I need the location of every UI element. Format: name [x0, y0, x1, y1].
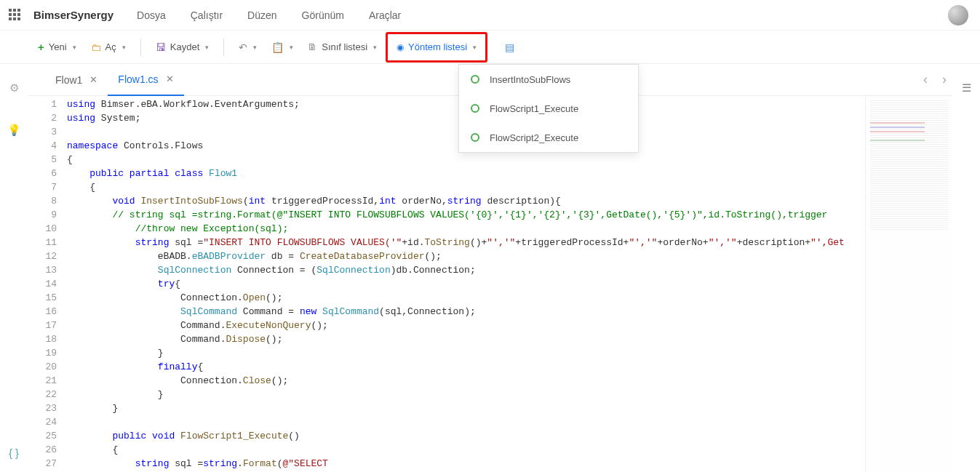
settings-icon[interactable]: ⚙ — [9, 81, 19, 95]
line-number: 13 — [28, 263, 57, 277]
line-number: 4 — [28, 139, 57, 153]
undo-button[interactable]: ↶ ▾ — [233, 36, 263, 59]
nav-prev-icon[interactable]: ‹ — [923, 72, 928, 87]
tab-flow1[interactable]: Flow1 ✕ — [45, 64, 108, 96]
clipboard-icon: 📋 — [271, 41, 284, 53]
code-line[interactable] — [67, 415, 865, 429]
chevron-down-icon: ▾ — [373, 44, 377, 51]
nav-next-icon[interactable]: › — [942, 72, 947, 87]
toolbar: + Yeni ▾ 🗀 Aç ▾ 🖫 Kaydet ▾ ↶ ▾ 📋 ▾ 🗎 Sın… — [0, 31, 980, 64]
plus-icon: + — [38, 41, 44, 53]
class-list-label: Sınıf listesi — [322, 41, 367, 52]
save-button[interactable]: 🖫 Kaydet ▾ — [150, 36, 215, 59]
minimap[interactable] — [865, 96, 952, 472]
line-number: 19 — [28, 346, 57, 360]
line-number: 11 — [28, 236, 57, 249]
circle-icon — [471, 75, 479, 84]
menu-view[interactable]: Görünüm — [302, 9, 344, 21]
line-number: 25 — [28, 429, 57, 443]
line-gutter: 1234567891011121314151617181920212223242… — [28, 96, 67, 472]
lightbulb-icon[interactable]: 💡 — [7, 124, 21, 137]
tab-nav: ‹ › — [923, 72, 952, 87]
dropdown-item-flowscript2[interactable]: FlowScript2_Execute — [459, 123, 638, 152]
document-icon: 🗎 — [308, 41, 317, 52]
code-line[interactable]: public void FlowScript1_Execute() — [67, 429, 865, 443]
method-list-highlighted: ◉ Yöntem listesi ▾ — [386, 32, 487, 63]
new-button[interactable]: + Yeni ▾ — [32, 36, 82, 59]
line-number: 16 — [28, 305, 57, 319]
code-line[interactable]: string sql =string.Format(@"SELECT — [67, 457, 865, 471]
separator — [223, 39, 224, 56]
method-list-dropdown: InsertIntoSubFlows FlowScript1_Execute F… — [458, 64, 639, 153]
outline-icon[interactable]: ☰ — [962, 81, 971, 95]
code-line[interactable]: { — [67, 153, 865, 167]
apps-grid-icon[interactable] — [9, 9, 22, 22]
clipboard-button[interactable]: 📋 ▾ — [266, 36, 299, 59]
close-icon[interactable]: ✕ — [166, 73, 174, 84]
code-line[interactable]: string sql ="INSERT INTO FLOWSUBFLOWS VA… — [67, 236, 865, 249]
list-tool-button[interactable]: ▤ — [499, 36, 520, 59]
circle-icon — [471, 104, 479, 113]
line-number: 1 — [28, 97, 57, 111]
menu-tools[interactable]: Araçlar — [369, 9, 401, 21]
list-icon: ▤ — [505, 41, 514, 53]
code-line[interactable]: SqlConnection Connection = (SqlConnectio… — [67, 263, 865, 277]
code-line[interactable]: Command.ExecuteNonQuery(); — [67, 319, 865, 332]
code-line[interactable]: } — [67, 401, 865, 415]
chevron-down-icon: ▾ — [73, 44, 76, 51]
undo-icon: ↶ — [239, 41, 247, 53]
code-line[interactable]: public partial class Flow1 — [67, 167, 865, 180]
dropdown-item-insertintosubflows[interactable]: InsertIntoSubFlows — [459, 65, 638, 94]
code-line[interactable]: //throw new Exception(sql); — [67, 222, 865, 236]
line-number: 21 — [28, 374, 57, 388]
top-menu-bar: BimserSynergy Dosya Çalıştır Düzen Görün… — [0, 0, 980, 31]
line-number: 27 — [28, 457, 57, 471]
dropdown-label: InsertIntoSubFlows — [490, 74, 570, 85]
save-icon: 🖫 — [156, 41, 166, 53]
code-line[interactable]: // string sql =string.Format(@"INSERT IN… — [67, 208, 865, 222]
open-label: Aç — [105, 41, 116, 52]
code-line[interactable]: eBADB.eBADBProvider db = CreateDatabaseP… — [67, 249, 865, 263]
code-line[interactable]: void InsertIntoSubFlows(int triggeredPro… — [67, 194, 865, 208]
method-list-button[interactable]: ◉ Yöntem listesi ▾ — [391, 36, 482, 59]
circle-icon — [471, 133, 479, 142]
code-line[interactable]: { — [67, 443, 865, 457]
brand-title: BimserSynergy — [33, 9, 113, 21]
code-line[interactable]: } — [67, 388, 865, 401]
code-line[interactable]: try{ — [67, 277, 865, 291]
user-avatar[interactable] — [948, 5, 968, 25]
line-number: 5 — [28, 153, 57, 167]
menu-file[interactable]: Dosya — [137, 9, 166, 21]
line-number: 9 — [28, 208, 57, 222]
class-list-button[interactable]: 🗎 Sınıf listesi ▾ — [302, 36, 383, 59]
menu-run[interactable]: Çalıştır — [191, 9, 223, 21]
open-button[interactable]: 🗀 Aç ▾ — [85, 36, 132, 59]
line-number: 3 — [28, 125, 57, 139]
save-label: Kaydet — [170, 41, 199, 52]
close-icon[interactable]: ✕ — [89, 74, 97, 85]
line-number: 24 — [28, 415, 57, 429]
dropdown-label: FlowScript1_Execute — [490, 103, 578, 114]
dropdown-item-flowscript1[interactable]: FlowScript1_Execute — [459, 94, 638, 123]
chevron-down-icon: ▾ — [122, 44, 126, 51]
code-line[interactable]: } — [67, 346, 865, 360]
line-number: 23 — [28, 401, 57, 415]
folder-icon: 🗀 — [91, 41, 101, 53]
chevron-down-icon: ▾ — [290, 44, 293, 51]
line-number: 12 — [28, 249, 57, 263]
line-number: 7 — [28, 180, 57, 194]
code-line[interactable]: Command.Dispose(); — [67, 332, 865, 346]
code-editor[interactable]: 1234567891011121314151617181920212223242… — [28, 96, 865, 472]
bracket-icon[interactable]: { } — [9, 447, 19, 459]
code-line[interactable]: Connection.Close(); — [67, 374, 865, 388]
menu-edit[interactable]: Düzen — [247, 9, 276, 21]
line-number: 14 — [28, 277, 57, 291]
code-line[interactable]: { — [67, 180, 865, 194]
tab-flow1-cs[interactable]: Flow1.cs ✕ — [108, 64, 183, 96]
chevron-down-icon: ▾ — [253, 44, 257, 51]
separator — [140, 39, 141, 56]
code-line[interactable]: finally{ — [67, 360, 865, 374]
chevron-down-icon: ▾ — [473, 44, 477, 51]
code-line[interactable]: Connection.Open(); — [67, 291, 865, 305]
code-line[interactable]: SqlCommand Command = new SqlCommand(sql,… — [67, 305, 865, 319]
